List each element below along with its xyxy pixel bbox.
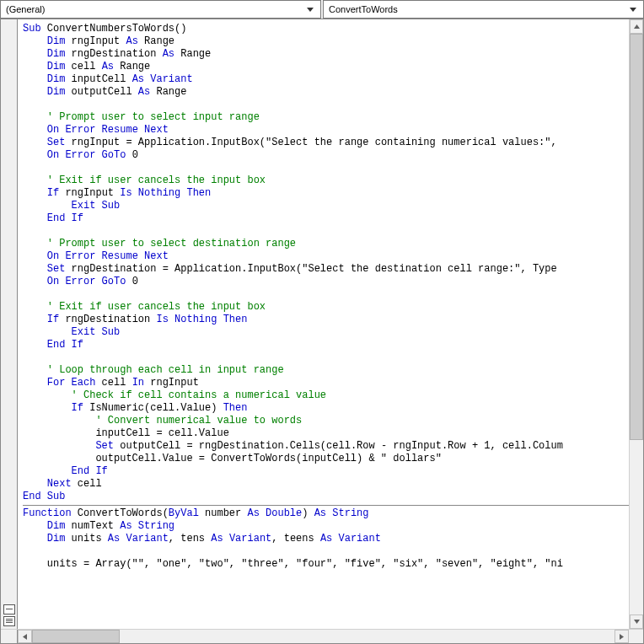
svg-rect-4 — [6, 622, 13, 623]
vertical-scroll-thumb[interactable] — [630, 34, 643, 440]
code-line: ' Convert numerical value to words — [23, 415, 629, 427]
vertical-scrollbar[interactable] — [629, 19, 643, 629]
horizontal-scroll-thumb[interactable] — [32, 630, 120, 643]
code-line: If IsNumeric(cell.Value) Then — [23, 402, 629, 415]
code-line: ' Check if cell contains a numerical val… — [23, 389, 629, 402]
vertical-scroll-track[interactable] — [630, 34, 643, 614]
full-module-view-icon[interactable] — [3, 616, 15, 626]
code-line — [23, 225, 629, 238]
code-line: Set outputCell = rngDestination.Cells(ce… — [23, 440, 629, 453]
procedure-dropdown[interactable]: ConvertToWords — [323, 0, 644, 19]
code-line — [23, 545, 629, 558]
code-line: For Each cell In rngInput — [23, 377, 629, 389]
code-line: Dim units As Variant, tens As Variant, t… — [23, 533, 629, 545]
code-editor: Sub ConvertNumbersToWords() Dim rngInput… — [0, 19, 644, 644]
scroll-down-button[interactable] — [630, 614, 643, 629]
horizontal-scroll-track[interactable] — [32, 630, 614, 643]
code-line: ' Exit if user cancels the input box — [23, 301, 629, 314]
code-line: On Error Resume Next — [23, 124, 629, 137]
code-line: Dim outputCell As Range — [23, 86, 629, 99]
code-line: Dim rngDestination As Range — [23, 48, 629, 61]
code-line: Sub ConvertNumbersToWords() — [23, 23, 629, 35]
code-line — [23, 288, 629, 301]
code-line: Dim rngInput As Range — [23, 35, 629, 48]
scroll-right-button[interactable] — [614, 630, 629, 643]
code-line: End If — [23, 339, 629, 352]
horizontal-scrollbar[interactable] — [1, 629, 643, 643]
code-line: units = Array("", "one", "two", "three",… — [23, 558, 629, 571]
code-line: On Error Resume Next — [23, 250, 629, 263]
code-line: ' Exit if user cancels the input box — [23, 174, 629, 187]
code-line: ' Prompt user to select destination rang… — [23, 238, 629, 250]
chevron-down-icon — [303, 3, 317, 16]
code-line: On Error GoTo 0 — [23, 149, 629, 162]
code-line: If rngInput Is Nothing Then — [23, 187, 629, 200]
code-line: End Sub — [23, 491, 629, 503]
object-dropdown[interactable]: (General) — [0, 0, 321, 19]
code-line: Exit Sub — [23, 326, 629, 339]
code-line: End If — [23, 465, 629, 478]
chevron-down-icon — [626, 3, 640, 16]
code-text-area[interactable]: Sub ConvertNumbersToWords() Dim rngInput… — [18, 19, 629, 629]
dropdown-bar: (General) ConvertToWords — [0, 0, 644, 19]
code-line: If rngDestination Is Nothing Then — [23, 314, 629, 326]
svg-rect-2 — [6, 619, 13, 620]
code-line: ' Prompt user to select input range — [23, 111, 629, 124]
hscroll-gutter-spacer — [1, 630, 18, 643]
svg-rect-3 — [6, 620, 13, 621]
procedure-view-icon[interactable] — [3, 604, 15, 614]
code-line — [23, 162, 629, 174]
code-line: outputCell.Value = ConvertToWords(inputC… — [23, 453, 629, 465]
editor-gutter — [1, 19, 18, 629]
scrollbar-corner — [629, 630, 643, 644]
scroll-up-button[interactable] — [630, 19, 643, 34]
scroll-left-button[interactable] — [18, 630, 32, 643]
procedure-dropdown-label: ConvertToWords — [329, 4, 398, 14]
code-line: Next cell — [23, 478, 629, 491]
code-line: Dim inputCell As Variant — [23, 73, 629, 86]
code-line — [23, 352, 629, 364]
procedure-separator — [23, 505, 629, 506]
code-line: Dim numText As String — [23, 520, 629, 533]
code-line: Exit Sub — [23, 200, 629, 212]
code-line: On Error GoTo 0 — [23, 276, 629, 288]
svg-rect-1 — [6, 609, 13, 609]
code-line: End If — [23, 212, 629, 225]
code-line: inputCell = cell.Value — [23, 427, 629, 440]
code-line: Set rngDestination = Application.InputBo… — [23, 263, 629, 276]
code-line: Function ConvertToWords(ByVal number As … — [23, 507, 629, 520]
object-dropdown-label: (General) — [6, 4, 45, 14]
code-line: Dim cell As Range — [23, 61, 629, 73]
code-line: ' Loop through each cell in input range — [23, 364, 629, 377]
code-line: Set rngInput = Application.InputBox("Sel… — [23, 137, 629, 149]
code-line — [23, 99, 629, 111]
